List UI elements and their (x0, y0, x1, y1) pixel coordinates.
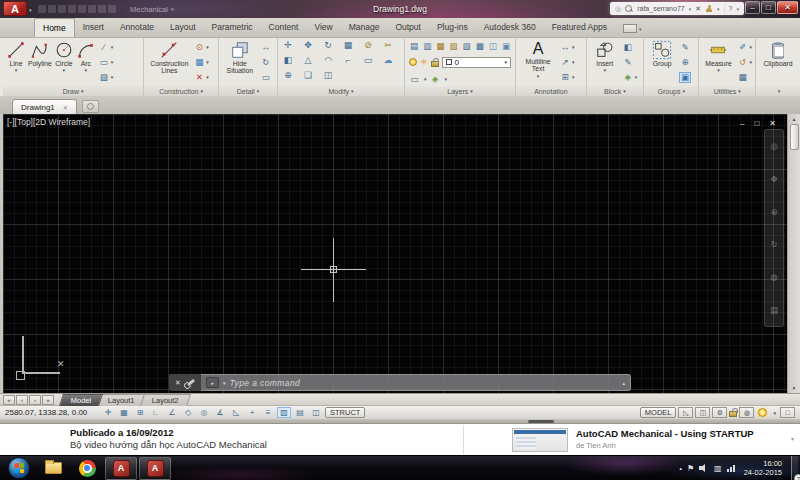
panel-label-utilities[interactable]: Utilities (699, 86, 755, 96)
close-tab-icon[interactable] (63, 104, 68, 111)
tab-plugins[interactable]: Plug-ins (429, 18, 476, 37)
lineweight-toggle[interactable] (261, 407, 275, 418)
minimize-button[interactable] (745, 1, 760, 14)
command-customize-wrench-icon[interactable] (187, 379, 195, 386)
tab-autodesk-360[interactable]: Autodesk 360 (476, 18, 544, 37)
chevron-down-icon[interactable] (424, 76, 427, 82)
scroll-up-icon[interactable] (792, 114, 797, 124)
ungroup-icon[interactable] (679, 56, 691, 67)
quick-view-layouts-icon[interactable] (678, 407, 693, 418)
drawing-viewport[interactable]: [-][Top][2D Wireframe] (0, 114, 800, 393)
copy-icon[interactable] (301, 39, 315, 51)
create-block-icon[interactable] (622, 41, 634, 52)
stretch-icon[interactable] (281, 54, 295, 66)
chevron-down-icon[interactable] (206, 74, 209, 80)
multiline-text-button[interactable]: A Multiline Text (518, 39, 558, 80)
navbar-menu-icon[interactable] (767, 303, 781, 316)
move-icon[interactable] (281, 39, 295, 51)
command-line-grip[interactable] (169, 374, 201, 391)
layer-walk-icon[interactable] (430, 73, 441, 84)
video-title[interactable]: AutoCAD Mechanical - Using STARTUP (576, 428, 754, 439)
layer-prev-icon[interactable] (435, 40, 445, 51)
action-center-flag-icon[interactable] (687, 464, 694, 473)
layer-match-icon[interactable] (422, 40, 432, 51)
signal-strength-icon[interactable] (727, 465, 735, 472)
tab-manage[interactable]: Manage (341, 18, 388, 37)
quick-calc-icon[interactable] (736, 56, 748, 67)
taskbar-item-autocad[interactable]: A (105, 457, 137, 480)
viewport-controls-label[interactable]: [-][Top][2D Wireframe] (7, 117, 90, 127)
hatch-tool-icon[interactable] (98, 72, 110, 83)
join-icon[interactable] (321, 69, 335, 81)
chevron-down-icon[interactable] (791, 435, 794, 442)
group-button[interactable]: Group (646, 39, 678, 68)
polar-toggle[interactable] (165, 407, 179, 418)
tab-view[interactable]: View (306, 18, 340, 37)
panel-label-draw[interactable]: Draw (3, 86, 143, 96)
taskbar-item-autocad-mechanical[interactable]: A ? (139, 457, 171, 480)
command-input[interactable]: Type a command (201, 374, 631, 391)
insert-button[interactable]: Insert (589, 39, 621, 74)
close-button[interactable] (777, 1, 798, 14)
quick-access-toolbar[interactable] (38, 5, 116, 13)
ortho-toggle[interactable] (149, 407, 163, 418)
app-menu-chevron-icon[interactable] (29, 7, 32, 13)
chevron-down-icon[interactable] (111, 74, 114, 80)
start-button[interactable] (8, 457, 30, 479)
trim-icon[interactable] (381, 39, 395, 51)
network-icon[interactable] (714, 464, 722, 473)
measure-button[interactable]: Measure (701, 39, 735, 74)
maximize-button[interactable] (761, 1, 776, 14)
prev-layout-icon[interactable] (16, 395, 28, 405)
polyline-button[interactable]: Polyline (27, 39, 53, 68)
new-drawing-button[interactable] (82, 100, 99, 113)
quick-view-drawings-icon[interactable] (695, 407, 710, 418)
chevron-down-icon[interactable] (572, 44, 575, 50)
construction-grid-icon[interactable] (193, 56, 205, 67)
drawing-close-icon[interactable] (769, 119, 776, 128)
workspace-switcher[interactable]: Mechanical (130, 5, 173, 14)
group-edit-icon[interactable] (679, 41, 691, 52)
related-video-item[interactable]: AutoCAD Mechanical - Using STARTUP de Ti… (512, 428, 754, 452)
search-icon[interactable] (625, 5, 633, 13)
drawing-restore-icon[interactable] (754, 119, 759, 128)
dynamic-input-toggle[interactable] (245, 407, 259, 418)
tab-parametric[interactable]: Parametric (204, 18, 261, 37)
otrack-toggle[interactable] (213, 407, 227, 418)
first-layout-icon[interactable] (3, 395, 15, 405)
circle-button[interactable]: Circle (53, 39, 75, 74)
struct-button[interactable]: STRUCT (325, 407, 365, 418)
panel-label-detail[interactable]: Detail (219, 86, 277, 96)
layer-properties-icon[interactable] (409, 40, 419, 51)
taskbar-clock[interactable]: 16:00 24-02-2015 (744, 459, 782, 478)
dynamic-ucs-toggle[interactable] (229, 407, 243, 418)
command-close-icon[interactable] (175, 379, 181, 387)
user-icon[interactable] (705, 5, 713, 13)
tab-insert[interactable]: Insert (75, 18, 112, 37)
scale-icon[interactable] (361, 54, 375, 66)
chevron-down-icon[interactable] (445, 76, 448, 82)
command-line[interactable]: Type a command (169, 374, 631, 391)
detail-update-icon[interactable] (260, 56, 272, 67)
detail-view-icon[interactable] (260, 72, 272, 83)
grid-toggle[interactable] (133, 407, 147, 418)
fillet-icon[interactable] (321, 54, 335, 66)
chevron-down-icon[interactable] (773, 410, 776, 416)
annotation-scale-gear-icon[interactable] (712, 407, 727, 418)
tab-model[interactable]: Model (59, 394, 103, 406)
pan-icon[interactable] (767, 172, 781, 185)
chevron-down-icon[interactable] (635, 74, 638, 80)
layer-thaw-sun-icon[interactable] (420, 57, 428, 67)
drawing-minimize-icon[interactable] (740, 119, 744, 128)
layer-on-bulb-icon[interactable] (409, 58, 417, 66)
snap-toggle[interactable] (117, 407, 131, 418)
file-tab-drawing1[interactable]: Drawing1 (12, 99, 77, 114)
chevron-down-icon[interactable] (572, 74, 575, 80)
scrollbar-thumb[interactable] (528, 420, 554, 423)
help-button[interactable]: ? (729, 5, 733, 12)
chevron-down-icon[interactable] (111, 44, 114, 50)
transparency-toggle[interactable] (277, 407, 291, 418)
3dosnap-toggle[interactable] (197, 407, 211, 418)
last-layout-icon[interactable] (42, 395, 54, 405)
table-icon[interactable] (559, 72, 571, 83)
